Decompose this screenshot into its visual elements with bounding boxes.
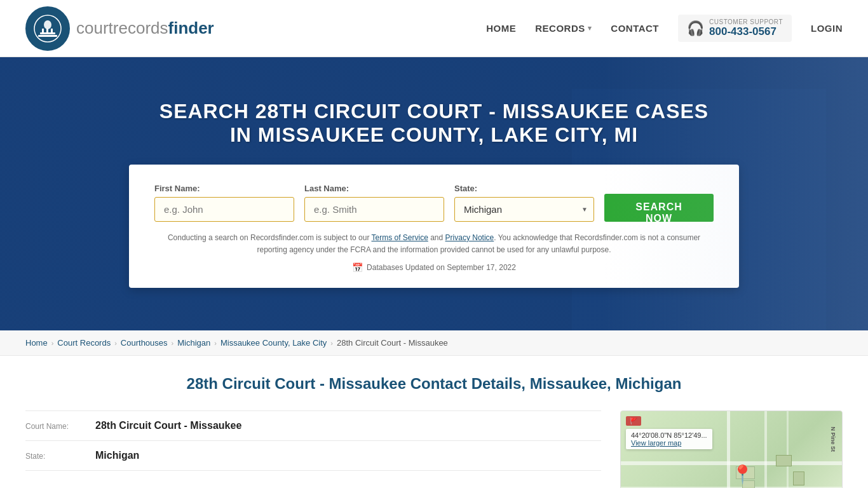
map-coords-box: 44°20'08.0"N 85°12'49... View larger map bbox=[626, 429, 712, 449]
breadcrumb-sep-2: › bbox=[114, 339, 117, 347]
state-select[interactable]: Michigan AlabamaAlaskaArizona ArkansasCa… bbox=[454, 197, 594, 222]
map-overlay: 🚩 bbox=[626, 416, 641, 426]
state-select-wrapper: Michigan AlabamaAlaskaArizona ArkansasCa… bbox=[454, 197, 594, 222]
support-label: CUSTOMER SUPPORT bbox=[709, 18, 783, 25]
support-box: 🎧 CUSTOMER SUPPORT 800-433-0567 bbox=[678, 15, 792, 42]
breadcrumb-missaukee-county[interactable]: Missaukee County, Lake City bbox=[220, 338, 327, 348]
map-placeholder: N Pine St 📍 🚩 44°20'08.0"N 85°12'49... V… bbox=[621, 411, 842, 488]
first-name-group: First Name: bbox=[154, 184, 294, 222]
records-chevron-icon: ▾ bbox=[588, 24, 592, 32]
detail-row-state: State: Michigan bbox=[25, 440, 601, 471]
state-detail-label: State: bbox=[25, 452, 89, 461]
breadcrumb-courthouses[interactable]: Courthouses bbox=[121, 338, 168, 348]
street-label: N Pine St bbox=[830, 427, 836, 452]
map-container: N Pine St 📍 🚩 44°20'08.0"N 85°12'49... V… bbox=[620, 410, 843, 488]
hero-title: SEARCH 28TH CIRCUIT COURT - MISSAUKEE CA… bbox=[148, 100, 720, 147]
db-updated: 📅 Databases Updated on September 17, 202… bbox=[154, 262, 714, 273]
site-header: courtrecordsfinder HOME RECORDS ▾ CONTAC… bbox=[0, 0, 868, 57]
nav-contact[interactable]: CONTACT bbox=[611, 23, 659, 34]
calendar-icon: 📅 bbox=[352, 262, 363, 273]
main-content: 28th Circuit Court - Missaukee Contact D… bbox=[0, 356, 868, 488]
breadcrumb: Home › Court Records › Courthouses › Mic… bbox=[0, 330, 868, 356]
logo-text: courtrecordsfinder bbox=[76, 18, 214, 38]
breadcrumb-michigan[interactable]: Michigan bbox=[177, 338, 210, 348]
details-right: N Pine St 📍 🚩 44°20'08.0"N 85°12'49... V… bbox=[620, 410, 843, 488]
first-name-label: First Name: bbox=[154, 184, 294, 193]
search-fields: First Name: Last Name: State: Michigan A… bbox=[154, 184, 714, 222]
privacy-link[interactable]: Privacy Notice bbox=[445, 233, 494, 242]
state-label: State: bbox=[454, 184, 594, 193]
search-button[interactable]: SEARCH NOW bbox=[604, 194, 714, 222]
headset-icon: 🎧 bbox=[687, 20, 704, 37]
last-name-label: Last Name: bbox=[304, 184, 444, 193]
main-nav: HOME RECORDS ▾ CONTACT 🎧 CUSTOMER SUPPOR… bbox=[486, 15, 843, 42]
logo-link[interactable]: courtrecordsfinder bbox=[25, 6, 214, 51]
breadcrumb-current: 28th Circuit Court - Missaukee bbox=[337, 338, 448, 348]
view-larger-map-link[interactable]: View larger map bbox=[631, 439, 681, 447]
map-flag-icon: 🚩 bbox=[630, 417, 637, 424]
support-phone[interactable]: 800-433-0567 bbox=[709, 25, 783, 38]
state-group: State: Michigan AlabamaAlaskaArizona Ark… bbox=[454, 184, 594, 222]
svg-rect-5 bbox=[46, 29, 48, 32]
svg-rect-3 bbox=[38, 35, 57, 37]
detail-row-court-name: Court Name: 28th Circuit Court - Missauk… bbox=[25, 410, 601, 440]
breadcrumb-sep-1: › bbox=[51, 339, 54, 347]
logo-icon bbox=[25, 6, 70, 51]
first-name-input[interactable] bbox=[154, 197, 294, 222]
details-left: Court Name: 28th Circuit Court - Missauk… bbox=[25, 410, 601, 488]
hero-section: SEARCH 28TH CIRCUIT COURT - MISSAUKEE CA… bbox=[0, 57, 868, 330]
map-coordinates: 44°20'08.0"N 85°12'49... bbox=[631, 431, 707, 439]
section-title: 28th Circuit Court - Missaukee Contact D… bbox=[25, 375, 843, 393]
court-name-label: Court Name: bbox=[25, 422, 89, 431]
breadcrumb-sep-4: › bbox=[214, 339, 217, 347]
nav-records[interactable]: RECORDS ▾ bbox=[535, 23, 592, 34]
last-name-group: Last Name: bbox=[304, 184, 444, 222]
svg-rect-2 bbox=[40, 32, 55, 34]
search-disclaimer: Conducting a search on Recordsfinder.com… bbox=[154, 232, 714, 256]
state-detail-value: Michigan bbox=[95, 450, 139, 461]
svg-point-1 bbox=[44, 20, 51, 29]
search-card: First Name: Last Name: State: Michigan A… bbox=[129, 165, 739, 288]
breadcrumb-home[interactable]: Home bbox=[25, 338, 48, 348]
details-layout: Court Name: 28th Circuit Court - Missauk… bbox=[25, 410, 843, 488]
svg-rect-6 bbox=[51, 29, 53, 32]
breadcrumb-sep-3: › bbox=[172, 339, 174, 347]
nav-login[interactable]: LOGIN bbox=[811, 23, 843, 34]
breadcrumb-court-records[interactable]: Court Records bbox=[57, 338, 111, 348]
nav-home[interactable]: HOME bbox=[486, 23, 516, 34]
last-name-input[interactable] bbox=[304, 197, 444, 222]
svg-rect-4 bbox=[42, 29, 44, 32]
terms-link[interactable]: Terms of Service bbox=[372, 233, 428, 242]
breadcrumb-sep-5: › bbox=[330, 339, 333, 347]
court-name-value: 28th Circuit Court - Missaukee bbox=[95, 420, 241, 431]
map-pin-icon: 📍 bbox=[731, 464, 754, 485]
